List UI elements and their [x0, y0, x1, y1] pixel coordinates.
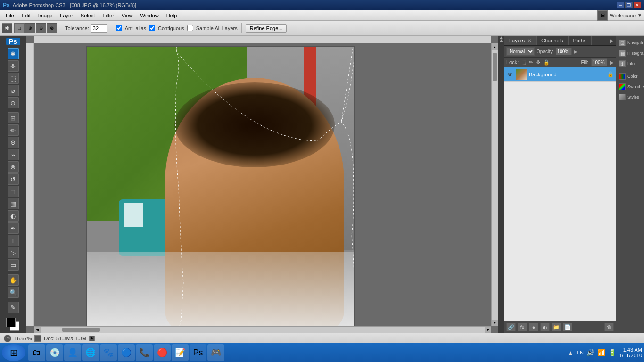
lock-transparent-btn[interactable]: ⬚	[521, 59, 526, 66]
layer-visibility-toggle[interactable]: 👁	[506, 71, 514, 78]
new-selection-btn[interactable]: □	[14, 23, 25, 33]
dodge-tool[interactable]: ◐	[8, 210, 19, 222]
scrollbar-vertical[interactable]: ▲ ▼	[491, 43, 498, 326]
quick-select-tool[interactable]: ⊙	[8, 97, 19, 108]
opacity-input[interactable]	[556, 48, 572, 55]
lasso-tool[interactable]: ⌀	[8, 85, 19, 96]
info-panel-btn[interactable]: ℹ Info	[616, 58, 644, 69]
taskbar-vodafone-icon[interactable]: 🔴	[154, 344, 171, 361]
lock-all-btn[interactable]: 🔒	[543, 59, 550, 66]
tolerance-input[interactable]	[91, 24, 107, 33]
restore-btn[interactable]: ❐	[625, 2, 633, 8]
color-panel-btn[interactable]: Color	[616, 71, 644, 82]
tool-selector-icon[interactable]: ✱	[2, 23, 12, 33]
menu-window[interactable]: Window	[137, 12, 163, 19]
taskbar-network-icon[interactable]: 📶	[597, 349, 605, 356]
color-picker[interactable]	[6, 318, 20, 332]
tab-layers-close[interactable]: ✕	[528, 38, 531, 43]
link-layers-btn[interactable]: 🔗	[506, 323, 516, 331]
histogram-panel-btn[interactable]: ▦ Histogram	[616, 48, 644, 58]
gradient-tool[interactable]: ▦	[8, 198, 19, 209]
scroll-left-btn[interactable]: ◀	[34, 327, 41, 333]
scroll-up-btn[interactable]: ▲	[492, 43, 498, 50]
marquee-tool[interactable]: ⬚	[8, 73, 19, 84]
panel-collapse-left[interactable]: ◀◀	[498, 36, 504, 333]
lock-move-btn[interactable]: ✜	[536, 59, 540, 66]
healing-brush-tool[interactable]: ⊕	[8, 137, 19, 148]
start-button[interactable]: ⊞	[2, 344, 25, 361]
tab-layers[interactable]: Layers ✕	[504, 36, 537, 45]
menu-help[interactable]: Help	[163, 12, 181, 19]
new-group-btn[interactable]: 📁	[552, 323, 561, 331]
tab-channels[interactable]: Channels	[537, 36, 568, 45]
taskbar-up-arrow[interactable]: ▲	[567, 349, 574, 356]
close-btn[interactable]: ✕	[634, 2, 641, 8]
pen-tool[interactable]: ✒	[8, 222, 19, 234]
taskbar-ie-icon[interactable]: 🌐	[82, 344, 99, 361]
move-tool[interactable]: ✜	[8, 60, 19, 72]
scroll-v-handle[interactable]	[493, 53, 497, 81]
new-layer-btn[interactable]: 📄	[563, 323, 572, 331]
type-tool[interactable]: T	[8, 235, 19, 246]
path-selection-tool[interactable]: ▷	[8, 247, 19, 258]
taskbar-antivirus-icon[interactable]: 🐾	[100, 344, 117, 361]
menu-image[interactable]: Image	[34, 12, 57, 19]
taskbar-explorer-icon[interactable]: 🗂	[28, 344, 45, 361]
foreground-color[interactable]	[6, 318, 16, 327]
taskbar-volume-icon[interactable]: 🔊	[586, 349, 594, 356]
taskbar-battery-icon[interactable]: 🔋	[608, 349, 616, 356]
clone-stamp-tool[interactable]: ⊗	[8, 161, 19, 173]
eraser-tool[interactable]: ◻	[8, 186, 19, 197]
brush-tool[interactable]: ⌁	[8, 149, 19, 160]
eyedropper-tool[interactable]: ✏	[8, 124, 19, 136]
status-arrow-btn[interactable]: ▶	[89, 336, 95, 341]
panel-menu-icon[interactable]: ▶	[608, 38, 616, 43]
menu-edit[interactable]: Edit	[18, 12, 34, 19]
add-selection-btn[interactable]: ⊕	[25, 23, 35, 33]
crop-tool[interactable]: ⊞	[8, 112, 19, 123]
taskbar-clock[interactable]: 1:43 AM 1/11/2010	[619, 347, 642, 358]
fill-input[interactable]	[591, 58, 607, 66]
opacity-increase-btn[interactable]: ▶	[574, 49, 578, 54]
scroll-down-btn[interactable]: ▼	[492, 320, 498, 326]
refine-edge-button[interactable]: Refine Edge...	[246, 24, 287, 33]
canvas-inner[interactable]	[34, 43, 491, 326]
scroll-right-btn[interactable]: ▶	[485, 327, 491, 333]
menu-filter[interactable]: Filter	[99, 12, 117, 19]
scrollbar-horizontal[interactable]: ◀ ▶	[34, 326, 491, 333]
minimize-btn[interactable]: ─	[617, 2, 624, 8]
taskbar-game-icon[interactable]: 🎮	[207, 344, 224, 361]
menu-select[interactable]: Select	[77, 12, 99, 19]
zoom-tool[interactable]: 🔍	[8, 287, 19, 298]
notes-tool[interactable]: ✎	[8, 302, 19, 313]
contiguous-checkbox[interactable]	[149, 25, 155, 31]
scroll-h-handle[interactable]	[62, 328, 100, 332]
subtract-selection-btn[interactable]: ⊖	[36, 23, 46, 33]
taskbar-language[interactable]: EN	[577, 350, 584, 355]
taskbar-ps-taskbar-icon[interactable]: Ps	[190, 344, 206, 361]
menu-view[interactable]: View	[118, 12, 137, 19]
taskbar-user-icon[interactable]: 👤	[64, 344, 81, 361]
layer-item-background[interactable]: 👁 Background 🔒	[504, 67, 616, 82]
history-brush-tool[interactable]: ↺	[8, 173, 19, 185]
hand-tool[interactable]: ✋	[8, 274, 19, 286]
workspace-icon[interactable]: ⊞	[597, 10, 608, 21]
workspace-dropdown-icon[interactable]: ▼	[637, 13, 642, 18]
anti-alias-checkbox[interactable]	[116, 25, 122, 31]
adjustment-layer-btn[interactable]: ◐	[540, 323, 550, 331]
magic-wand-tool[interactable]: ✱	[8, 48, 19, 59]
intersect-selection-btn[interactable]: ⊗	[47, 23, 57, 33]
taskbar-media-icon[interactable]: 💿	[46, 344, 63, 361]
taskbar-chrome-icon[interactable]: 🔵	[118, 344, 135, 361]
panel-expand-btn[interactable]: ▶	[608, 38, 616, 43]
styles-panel-btn[interactable]: Styles	[616, 92, 644, 102]
fill-increase-btn[interactable]: ▶	[610, 60, 614, 65]
blend-mode-select[interactable]: Normal Multiply Screen	[506, 47, 535, 56]
layer-mask-btn[interactable]: ●	[529, 323, 538, 331]
tab-paths[interactable]: Paths	[569, 36, 592, 45]
swatches-panel-btn[interactable]: Swatches	[616, 82, 644, 92]
menu-file[interactable]: File	[2, 12, 18, 19]
taskbar-word-icon[interactable]: 📝	[172, 344, 189, 361]
layer-effects-btn[interactable]: fx	[518, 323, 527, 331]
taskbar-skype-icon[interactable]: 📞	[136, 344, 153, 361]
